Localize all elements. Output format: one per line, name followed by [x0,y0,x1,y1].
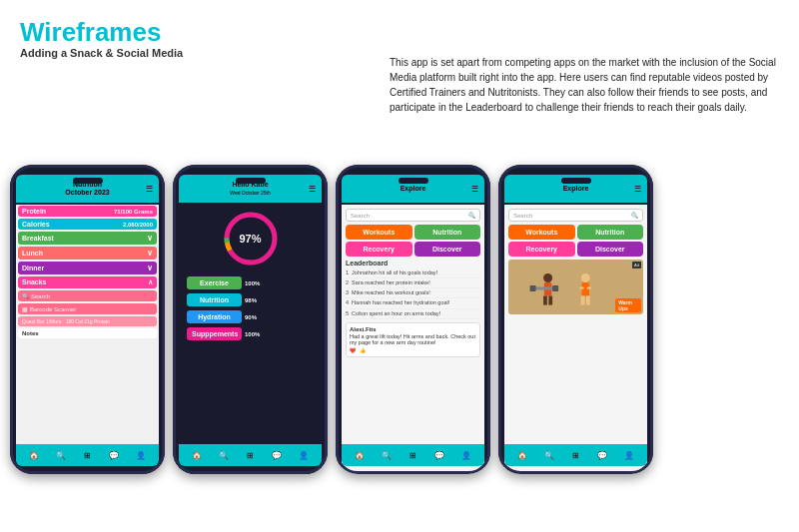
svg-rect-9 [552,285,558,291]
chat-icon[interactable]: 💬 [597,451,607,460]
page-title: Wireframes [20,18,183,47]
discover-btn[interactable]: Discover [414,242,481,257]
phones-container: Nutrition October 2023 ☰ Protein 71/100 … [10,165,653,474]
chat-icon[interactable]: 💬 [109,451,119,460]
phone3-notch [399,178,428,184]
leaderboard-item-4: 4 Hannah has reached her hydration goal! [346,298,480,308]
nutrition-label: Nutrition [187,293,242,306]
svg-rect-13 [581,282,589,296]
progress-circle: 97% [221,209,281,268]
svg-rect-11 [548,296,552,305]
profile-icon[interactable]: 👤 [461,451,471,460]
thumbs-icon[interactable]: 👍 [360,347,366,353]
breakfast-chevron: ∨ [147,234,153,243]
workouts-btn[interactable]: Workouts [346,225,412,240]
recovery-btn[interactable]: Recovery [508,242,575,257]
phone4-search-bar[interactable]: Search 🔍 [508,209,643,222]
nutrition-btn[interactable]: Nutrition [577,225,644,240]
social-post: Alexi.Fits Had a great lift today! Hit a… [346,322,480,357]
phone4-bottom: 🏠 🔍 ⊞ 💬 👤 [504,444,647,466]
phone4-body: Search 🔍 Workouts Nutrition Recovery Dis… [504,205,647,320]
discover-btn[interactable]: Discover [577,242,644,257]
supplements-pct: 100% [245,331,260,337]
progress-circle-container: 97% [183,209,318,268]
phone-3: Explore ☰ Search 🔍 Workouts Nutrition Re… [336,165,490,474]
search-icon: 🔍 [22,292,29,299]
svg-rect-15 [587,286,592,288]
notes-section: Notes [18,328,157,338]
phone4-menu-icon: ☰ [634,185,641,194]
barcode-label: Barcode Scanner [30,306,76,312]
phone4-title: Explore [563,185,589,193]
search-icon[interactable]: 🔍 [56,451,66,460]
breakfast-row[interactable]: Breakfast ∨ [18,232,157,245]
grid-icon[interactable]: ⊞ [247,451,254,460]
search-icon: 🔍 [468,212,475,219]
phone-1: Nutrition October 2023 ☰ Protein 71/100 … [10,165,165,474]
lunch-label: Lunch [22,250,145,257]
phone3-bottom: 🏠 🔍 ⊞ 💬 👤 [342,444,484,466]
phone1-menu-icon: ☰ [146,185,153,194]
chat-icon[interactable]: 💬 [272,451,282,460]
phone4-buttons: Workouts Nutrition Recovery Discover [508,225,643,257]
recovery-btn[interactable]: Recovery [346,242,412,257]
svg-rect-14 [579,286,584,288]
home-icon[interactable]: 🏠 [192,451,202,460]
grid-icon[interactable]: ⊞ [572,451,579,460]
search-icon[interactable]: 🔍 [544,451,554,460]
calories-value: 2,080/2000 [123,222,153,228]
svg-rect-10 [543,296,547,305]
home-icon[interactable]: 🏠 [517,451,527,460]
leaderboard-item-1: 1 Johnathon hit all of his goals today! [346,268,480,278]
profile-icon[interactable]: 👤 [136,451,146,460]
phone1-screen: Protein 71/100 Grams Calories 2,080/2000… [16,205,159,449]
post-username: Alexi.Fits [350,326,476,332]
phone2-topbar: Hello Katie Wed October 25th ☰ [179,175,322,203]
profile-icon[interactable]: 👤 [624,451,634,460]
phone2-menu-icon: ☰ [309,185,316,194]
chat-icon[interactable]: 💬 [434,451,444,460]
barcode-row[interactable]: ▦ Barcode Scanner [18,303,157,314]
phone-4: Explore ☰ Search 🔍 Workouts Nutrition Re… [498,165,653,474]
search-placeholder: Search [513,213,532,219]
search-icon[interactable]: 🔍 [382,451,392,460]
nutrition-btn[interactable]: Nutrition [414,225,481,240]
phone1-bottom: 🏠 🔍 ⊞ 💬 👤 [16,444,159,466]
snacks-header[interactable]: Snacks ∧ [18,276,157,288]
snacks-chevron: ∧ [148,278,153,286]
heart-icon[interactable]: ❤️ [350,347,356,353]
phone3-title: Explore [400,185,426,193]
explore-search-bar[interactable]: Search 🔍 [346,209,480,222]
phone4-notch [561,178,591,184]
protein-label: Protein [22,208,114,215]
lunch-row[interactable]: Lunch ∨ [18,247,157,260]
profile-icon[interactable]: 👤 [299,451,309,460]
lunch-chevron: ∨ [147,249,153,258]
phone2-bottom: 🏠 🔍 ⊞ 💬 👤 [179,444,322,466]
home-icon[interactable]: 🏠 [29,451,39,460]
leaderboard-item-5: 5 Colton spent an hour on arms today! [346,309,480,319]
grid-icon[interactable]: ⊞ [84,451,91,460]
exercise-pct: 100% [245,280,260,286]
protein-row: Protein 71/100 Grams [18,206,157,217]
snacks-search[interactable]: 🔍 Search [18,290,157,301]
grid-icon[interactable]: ⊞ [409,451,416,460]
phone4-topbar: Explore ☰ [504,175,647,203]
search-icon: 🔍 [631,212,638,219]
dinner-row[interactable]: Dinner ∨ [18,262,157,274]
phone1-notch [73,178,103,184]
hydration-pct: 90% [245,314,257,320]
snacks-label: Snacks [22,278,47,286]
search-icon[interactable]: 🔍 [219,451,229,460]
svg-rect-7 [533,286,556,289]
exercise-label: Exercise [187,276,242,289]
ad-badge: Ad [632,262,641,268]
exercise-bar: Exercise 100% [187,276,314,289]
phone2-screen: 97% Exercise 100% Nutrition 98% Hydratio… [179,205,322,474]
page-description: This app is set apart from competing app… [390,55,779,115]
workouts-btn[interactable]: Workouts [508,225,575,240]
img-inner: Warm Ups [508,260,643,314]
home-icon[interactable]: 🏠 [355,451,365,460]
workout-video-thumbnail[interactable]: Warm Ups Ad [508,260,643,314]
post-likes: ❤️ 👍 [350,347,476,353]
